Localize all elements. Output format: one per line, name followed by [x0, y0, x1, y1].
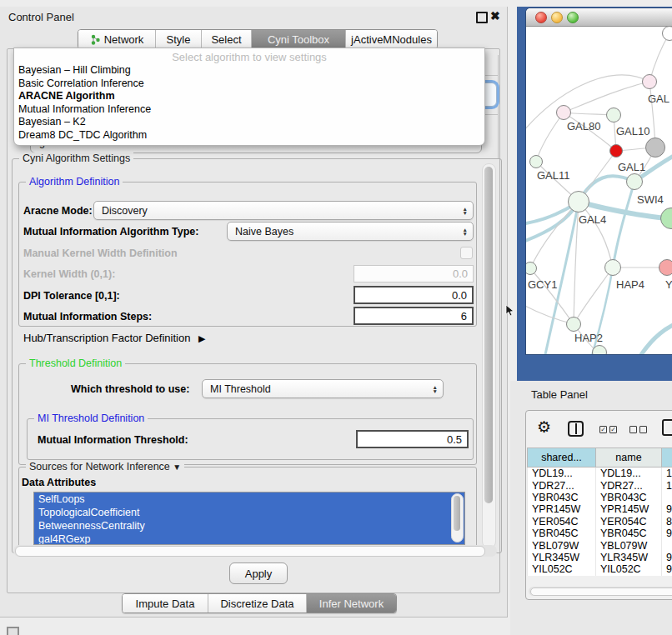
table-cell[interactable]: YDR27...	[528, 479, 596, 491]
attributes-scrollbar-thumb[interactable]	[454, 496, 460, 531]
network-window-titlebar[interactable]	[526, 8, 672, 27]
algorithm-dropdown-popup: Select algorithm to view settings Bayesi…	[13, 48, 485, 146]
tab-infer-network[interactable]: Infer Network	[306, 594, 396, 612]
network-node[interactable]	[645, 138, 665, 158]
hub-definition-expander[interactable]: Hub/Transcription Factor Definition ▶	[23, 332, 205, 344]
table-cell[interactable]: YBR043C	[528, 492, 596, 503]
mi-type-combobox[interactable]: Naive Bayes ▲▼	[227, 222, 474, 241]
tab-cyni-toolbox[interactable]: Cyni Toolbox	[251, 30, 345, 48]
table-cell[interactable]: YLR345W	[596, 552, 662, 563]
dpi-tolerance-field[interactable]: 0.0	[354, 286, 474, 304]
control-panel-title: Control Panel	[8, 11, 74, 23]
table-cell[interactable]: YPR145W	[596, 503, 662, 515]
table-cell[interactable]	[662, 492, 672, 503]
window-minimize-icon[interactable]	[551, 12, 563, 23]
tab-select[interactable]: Select	[201, 30, 251, 48]
table-hscrollbar[interactable]	[529, 587, 672, 596]
table-hscrollbar-thumb[interactable]	[530, 588, 672, 596]
table-cell[interactable]: YDL19...	[528, 468, 596, 480]
network-node-y[interactable]	[659, 259, 672, 276]
which-threshold-combobox[interactable]: MI Threshold ▲▼	[202, 379, 444, 398]
table-cell[interactable]: YLR345W	[528, 552, 596, 563]
tab-network[interactable]: Network	[78, 30, 155, 48]
algorithm-option-basic-correlation-inference[interactable]: Basic Correlation Inference	[16, 78, 483, 91]
network-node[interactable]	[662, 26, 672, 41]
network-node-gal4[interactable]	[568, 191, 589, 212]
mi-threshold-field[interactable]: 0.5	[356, 430, 469, 448]
table-cell[interactable]: YBR045C	[596, 528, 662, 539]
network-node-gal80[interactable]	[556, 105, 571, 120]
node-label: GAL80	[567, 120, 600, 132]
algorithm-option-aracne-algorithm[interactable]: ARACNE Algorithm	[16, 90, 483, 103]
table-cell[interactable]: 8.	[662, 516, 672, 528]
table-icon[interactable]	[662, 419, 672, 436]
column-header-shared[interactable]: shared...	[528, 448, 596, 468]
network-node-gal1[interactable]	[609, 144, 623, 158]
manual-kernel-checkbox[interactable]	[460, 247, 473, 259]
aracne-mode-combobox[interactable]: Discovery ▲▼	[93, 201, 474, 220]
table-cell[interactable]: YIL052C	[596, 563, 662, 575]
data-attributes-list[interactable]: SelfLoopsTopologicalCoefficientBetweenne…	[33, 492, 465, 545]
table-cell[interactable]: YDR27...	[596, 479, 662, 491]
network-node-hap4[interactable]	[604, 259, 621, 276]
mi-steps-field[interactable]: 6	[354, 307, 474, 325]
table-cell[interactable]: YIL052C	[528, 563, 596, 575]
algorithm-option-bayesian-k2[interactable]: Bayesian – K2	[16, 116, 483, 129]
data-attribute-item[interactable]: BetweennessCentrality	[34, 519, 464, 532]
network-node-hap2[interactable]	[566, 317, 581, 332]
float-window-icon[interactable]	[476, 12, 488, 23]
gear-icon[interactable]: ⚙	[537, 418, 551, 437]
table-cell[interactable]: YBR045C	[528, 528, 596, 539]
sources-group-title[interactable]: Sources for Network Inference ▼	[26, 461, 184, 472]
window-close-icon[interactable]	[535, 12, 547, 23]
network-node-gal[interactable]	[642, 74, 657, 89]
window-zoom-icon[interactable]	[567, 12, 579, 23]
column-header-cut[interactable]	[662, 448, 672, 468]
table-cell[interactable]: YBL079W	[528, 539, 596, 551]
attributes-scrollbar[interactable]	[451, 493, 464, 542]
network-node-swi4[interactable]	[626, 173, 643, 190]
settings-hscrollbar[interactable]	[13, 545, 497, 557]
tab-discretize-data[interactable]: Discretize Data	[208, 594, 306, 612]
table-cell[interactable]	[662, 539, 672, 551]
data-attribute-item[interactable]: TopologicalCoefficient	[34, 506, 464, 519]
table-cell[interactable]: 9.	[662, 563, 672, 575]
cyni-bottom-tabbar: Impute DataDiscretize DataInfer Network	[122, 593, 397, 613]
table-cell[interactable]: 12	[662, 479, 672, 491]
node-label: GCY1	[528, 278, 557, 291]
node-label: GAL4	[579, 213, 606, 226]
algorithm-option-mutual-information-inference[interactable]: Mutual Information Inference	[16, 103, 483, 117]
close-icon[interactable]: ✖	[490, 9, 500, 22]
column-header-name[interactable]: name	[596, 448, 662, 468]
network-node[interactable]	[592, 345, 607, 354]
table-cell[interactable]: 13	[662, 468, 672, 480]
kernel-width-field[interactable]: 0.0	[354, 265, 474, 282]
tab-jactivemnodules[interactable]: jActiveMNodules	[345, 30, 437, 48]
data-attribute-item[interactable]: SelfLoops	[34, 492, 464, 506]
settings-scrollbar[interactable]	[482, 163, 496, 548]
table-cell[interactable]: 9.	[662, 503, 672, 515]
unchecked-boxes-icon[interactable]	[629, 426, 647, 433]
apply-button[interactable]: Apply	[229, 562, 288, 584]
network-canvas[interactable]: GALGAL80GAL10GAL1GAL11SWI4GAL4GCY1HAP4YH…	[526, 27, 672, 354]
split-columns-icon[interactable]	[568, 421, 584, 437]
tab-impute-data[interactable]: Impute Data	[123, 594, 208, 612]
table-cell[interactable]: YDL19...	[596, 468, 662, 480]
table-cell[interactable]: YBR043C	[596, 492, 662, 503]
table-cell[interactable]: YER054C	[596, 516, 662, 528]
table-cell[interactable]: 9.	[662, 552, 672, 563]
data-attribute-item[interactable]: gal4RGexp	[34, 532, 464, 545]
algorithm-option-bayesian-hill-climbing[interactable]: Bayesian – Hill Climbing	[16, 64, 483, 78]
table-cell[interactable]: YPR145W	[528, 503, 596, 515]
table-cell[interactable]: 9.	[662, 528, 672, 539]
table-cell[interactable]: YBL079W	[596, 539, 662, 551]
table-cell[interactable]: YER054C	[528, 516, 596, 528]
algorithm-option-dream8-dc-tdc-algorithm[interactable]: Dream8 DC_TDC Algorithm	[16, 129, 483, 142]
settings-hscrollbar-thumb[interactable]	[15, 546, 485, 557]
network-node-gal10[interactable]	[606, 108, 621, 122]
settings-scrollbar-thumb[interactable]	[484, 167, 493, 503]
network-node-gal11[interactable]	[529, 155, 543, 168]
tab-style[interactable]: Style	[155, 30, 201, 48]
checked-boxes-icon[interactable]: ✓✓	[599, 426, 617, 433]
minimized-panel-icon[interactable]	[7, 627, 19, 635]
